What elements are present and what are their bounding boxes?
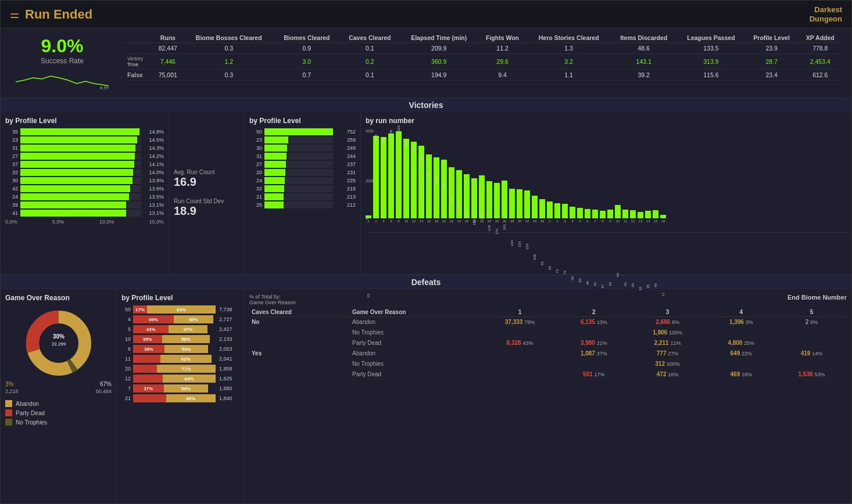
bar-top-label: 32 (639, 287, 642, 291)
stacked-bar-container: 64% (133, 375, 216, 383)
vert-bar (479, 175, 485, 218)
reason-cell: Abandon (350, 348, 481, 359)
bar-fill (20, 177, 133, 184)
donut-chart: 30% 22,299 (24, 308, 94, 378)
std-dev-value: 18.9 (174, 204, 239, 218)
vert-bar-col: 384 10 (403, 139, 409, 223)
vert-bar-col: 179 32 (486, 181, 492, 223)
th-items: Items Discarded (610, 33, 677, 43)
th-game-over-reason: Game Over Reason (350, 308, 481, 317)
cell-value: 501 (583, 371, 594, 377)
vert-bar (411, 142, 417, 218)
cell-pct: 25% (744, 340, 754, 346)
cell-pct: 0% (810, 319, 818, 325)
bar-value: 13.5% (144, 194, 164, 200)
table-row: YesAbandon1,087 37%777 27%649 22%419 14% (249, 348, 847, 359)
bar-value: 14.3% (144, 145, 164, 151)
bar-fill (264, 145, 287, 152)
success-rate-pct: 9.0% (41, 35, 84, 57)
cell-pct: 21% (597, 340, 607, 346)
profile-bar-row: 27 237 (249, 161, 356, 168)
bar-container (20, 153, 141, 160)
value-cell: 8,328 43% (481, 338, 559, 348)
x-label: 15 (654, 219, 658, 223)
bar-label: 50 (249, 129, 262, 135)
stacked-bar-container: 43% 47% (133, 325, 216, 333)
defeats-table-block: % of Total by: Game Over Reason End Biom… (245, 289, 851, 503)
x-label: 2 (375, 219, 377, 223)
bar-top-label: 420 (397, 125, 400, 131)
cell-pct: 100% (667, 361, 680, 367)
bar-label: 20 (249, 170, 262, 175)
value-cell: 1,538 53% (776, 369, 847, 380)
bar-row: 37 14.1% (5, 161, 164, 168)
seg-gold: 62% (160, 355, 212, 363)
header-left: ⚌ Run Ended (10, 7, 92, 22)
bar-label: 21 (249, 194, 262, 200)
x-label: 20 (442, 219, 446, 223)
bar-container (20, 185, 141, 192)
vert-bar (607, 210, 613, 218)
vert-bar (426, 154, 432, 218)
x-label: 22 (450, 219, 454, 223)
bar-label: 30 (249, 145, 262, 151)
seg-gold: 60% (166, 394, 216, 402)
bar-label: 35 (5, 129, 18, 135)
value-cell: 469 16% (706, 369, 776, 380)
x-label: 38 (510, 219, 514, 223)
stacked-bar-row: 50 17% 83% 7,738 (121, 305, 239, 314)
vert-bar-col: 70 3 (562, 204, 568, 223)
value-cell: 419 14% (776, 348, 847, 359)
x-label: 24 (457, 219, 461, 223)
bar-value: 244 (335, 153, 356, 159)
end-biome-label: End Biome Number (787, 294, 847, 305)
vert-bar (638, 212, 643, 218)
vert-bar (585, 209, 590, 218)
cell-pct: 16% (742, 372, 752, 377)
x-label: 8 (398, 219, 399, 223)
vert-bar (456, 170, 462, 218)
seg-gold: 83% (147, 305, 216, 314)
x-label: 36 (503, 219, 507, 223)
value-cell (776, 359, 847, 369)
cell-pct: 100% (669, 330, 682, 336)
vert-bar-col: 17 16 (660, 215, 666, 223)
bar-top-label: 35 (646, 285, 650, 289)
stacked-label: 10 (121, 336, 131, 342)
bar-container (264, 128, 333, 135)
bar-top-label: 231 (457, 203, 461, 209)
game-over-reason: Game Over Reason 30% 22,299 (1, 289, 117, 503)
vert-bar (388, 134, 394, 218)
cell-value: 1,087 (581, 350, 597, 357)
top-section: 9.0% Success Rate 6.5% Runs Biome Bosses… (1, 28, 851, 98)
bar-value: 14.5% (144, 137, 164, 143)
table-row: No Trophies1,906 100% (249, 327, 847, 338)
vert-bar-col: 43 9 (607, 210, 613, 223)
vert-bar (517, 189, 522, 218)
vert-bar-col: 206 30 (479, 175, 485, 223)
std-dev-label: Run Count Std Dev (174, 198, 239, 204)
x-label: 32 (488, 219, 492, 223)
bar-top-label: 170 (495, 229, 499, 235)
bar-top-label: 63 (616, 273, 620, 277)
cell-value: 649 (731, 350, 742, 357)
profile-bar-row: 31 244 (249, 153, 356, 160)
stacked-label: 7 (121, 386, 131, 391)
profile-bar-row: 25 212 (249, 201, 356, 208)
defeats-title: Defeats (1, 275, 851, 289)
bar-row: 35 14.8% (5, 128, 164, 135)
seg-red (133, 394, 166, 402)
profile-bar-row: 21 213 (249, 193, 356, 200)
x-label: 18 (435, 219, 439, 223)
vert-bar (449, 167, 454, 218)
menu-icon[interactable]: ⚌ (10, 8, 19, 21)
value-cell: 2 0% (776, 317, 847, 327)
stacked-label: 6 (121, 346, 131, 352)
victory-by-profile: by Profile Level 50 752 23 259 30 249 31… (245, 112, 361, 274)
bar-top-label: 41 (624, 282, 627, 286)
cell-pct: 16% (668, 372, 678, 377)
stacked-total: 2,041 (219, 356, 239, 362)
vert-bar-col: 50 5 (577, 208, 583, 223)
donut-labels: 3% 67% 2,218 50,484 Abandon (5, 381, 112, 426)
cell-pct: 3% (746, 319, 753, 325)
